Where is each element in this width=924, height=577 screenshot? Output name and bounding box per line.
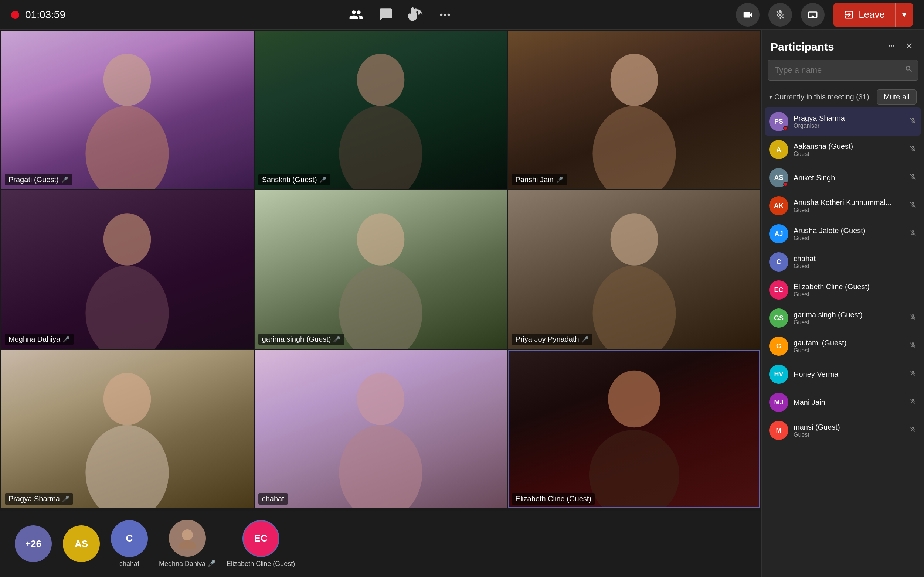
participant-role-anusha: Guest [793,207,904,213]
video-cell-sanskriti[interactable]: Sanskriti (Guest) 🎤 [255,31,507,189]
participant-avatar-pragya: PS [769,112,788,131]
participant-row-mani[interactable]: MJ Mani Jain [765,388,921,416]
participant-mic-aakansha [909,145,917,155]
participants-list: PS Pragya Sharma Organiser A Aakansha (G… [762,108,924,577]
meghna-mic-icon: 🎤 [63,336,70,343]
participant-role-mansi: Guest [793,432,904,438]
thumb-avatar-elizabeth: EC [242,520,279,557]
svg-point-13 [86,425,169,508]
thumb-plus[interactable]: +26 [15,525,52,562]
thumb-avatar-chahat: C [111,520,148,557]
video-cell-garima[interactable]: garima singh (Guest) 🎤 [255,190,507,349]
participant-role-arusha: Guest [793,235,904,242]
pragya-mic-icon: 🎤 [62,495,69,502]
participant-name-mani: Mani Jain [793,398,904,407]
online-dot [783,126,788,131]
participant-name-gautami: gautami (Guest) [793,339,904,347]
participant-avatar-mansi: M [769,421,788,440]
thumb-name-elizabeth: Elizabeth Cline (Guest) [226,560,295,568]
participant-name-anusha: Anusha Kotheri Kunnummal... [793,198,904,207]
svg-point-16 [608,371,661,427]
more-options-button[interactable] [438,7,452,22]
panel-close-button[interactable] [903,40,915,54]
participant-mic-mani [909,398,917,407]
participant-row-gautami[interactable]: G gautami (Guest) Guest [765,332,921,360]
participant-row-honey[interactable]: HV Honey Verma [765,360,921,388]
mute-button[interactable] [768,3,792,27]
panel-more-button[interactable] [885,40,897,54]
svg-point-3 [339,106,422,189]
panel-title: Participants [771,40,834,53]
participant-mic-pragya [909,117,917,126]
participant-name-elizabeth: Elizabeth Cline (Guest) [793,283,917,291]
pragya-name-tag: Pragya Sharma 🎤 [5,493,73,504]
meeting-section-label[interactable]: ▾ Currently in this meeting (31) [769,93,869,101]
participant-mic-aniket [909,173,917,182]
meghna-video [1,190,254,349]
participant-info-aniket: Aniket Singh [793,174,904,182]
sanskriti-video [255,31,507,189]
thumb-as[interactable]: AS [63,525,100,562]
participant-info-aakansha: Aakansha (Guest) Guest [793,142,904,157]
video-cell-chahat[interactable]: chahat [255,350,507,508]
share-screen-button[interactable] [801,3,825,27]
video-cell-parishi[interactable]: Parishi Jain 🎤 [508,31,760,189]
camera-button[interactable] [736,3,759,27]
search-icon [905,65,913,75]
priya-name: Priya Joy Pynadath [515,335,579,343]
participant-row-chahat[interactable]: C chahat Guest [765,248,921,276]
participant-role-pragya: Organiser [793,122,904,129]
participant-row-pragya[interactable]: PS Pragya Sharma Organiser [765,108,921,135]
raise-hand-button[interactable] [408,7,423,22]
thumb-elizabeth[interactable]: EC Elizabeth Cline (Guest) [226,520,295,568]
leave-label: Leave [859,9,885,20]
participant-name-aniket: Aniket Singh [793,174,904,182]
video-cell-pragya[interactable]: Pragya Sharma 🎤 [1,350,254,508]
video-cell-meghna[interactable]: Meghna Dahiya 🎤 [1,190,254,349]
participant-info-mansi: mansi (Guest) Guest [793,423,904,438]
participant-name-pragya: Pragya Sharma [793,114,904,122]
thumb-chahat[interactable]: C chahat [111,520,148,568]
participant-role-aakansha: Guest [793,151,904,157]
meeting-timer: 01:03:59 [25,9,65,21]
participants-button[interactable] [349,7,364,22]
thumb-meghna[interactable]: Meghna Dahiya 🎤 [159,520,215,568]
participant-row-elizabeth[interactable]: EC Elizabeth Cline (Guest) Guest [765,276,921,304]
video-cell-priya[interactable]: Priya Joy Pynadath 🎤 [508,190,760,349]
participant-row-garima[interactable]: GS garima singh (Guest) Guest [765,304,921,332]
participant-row-aakansha[interactable]: A Aakansha (Guest) Guest [765,135,921,164]
participant-row-arusha[interactable]: AJ Arusha Jalote (Guest) Guest [765,220,921,248]
video-grid: Pragati (Guest) 🎤 Sanskriti (Guest) 🎤 [0,29,761,511]
chat-button[interactable] [378,7,393,22]
search-input[interactable] [768,60,918,81]
leave-button[interactable]: Leave ▾ [834,3,913,27]
svg-point-7 [86,266,169,349]
participant-info-garima: garima singh (Guest) Guest [793,311,904,326]
participant-name-garima: garima singh (Guest) [793,311,904,319]
search-box [768,60,918,81]
participant-row-aniket[interactable]: AS Aniket Singh [765,164,921,192]
participant-role-chahat: Guest [793,263,917,270]
elizabeth-name-tag: Elizabeth Cline (Guest) [512,493,595,504]
svg-point-0 [103,53,151,106]
participant-info-elizabeth: Elizabeth Cline (Guest) Guest [793,283,917,298]
leave-chevron[interactable]: ▾ [895,3,913,27]
bottom-strip: +26 AS C chahat Meghna Dahiya 🎤 [0,511,761,577]
participant-name-aakansha: Aakansha (Guest) [793,142,904,151]
garima-name-tag: garima singh (Guest) 🎤 [258,334,344,345]
participant-avatar-aniket: AS [769,168,788,187]
thumb-avatar-as: AS [63,525,100,562]
video-cell-pragati[interactable]: Pragati (Guest) 🎤 [1,31,254,189]
leave-main-area[interactable]: Leave [834,3,895,27]
meghna-name-tag: Meghna Dahiya 🎤 [5,334,74,345]
mute-all-button[interactable]: Mute all [877,89,917,105]
svg-point-17 [589,430,679,508]
video-cell-elizabeth[interactable]: Elizabeth Cline (Guest) [508,350,760,508]
participant-row-mansi[interactable]: M mansi (Guest) Guest [765,416,921,444]
panel-header: Participants [762,29,924,60]
participant-row-anusha[interactable]: AK Anusha Kotheri Kunnummal... Guest [765,192,921,220]
participant-mic-arusha [909,229,917,239]
svg-point-1 [86,106,169,189]
online-dot-aniket [783,182,788,187]
participant-name-chahat: chahat [793,255,917,263]
